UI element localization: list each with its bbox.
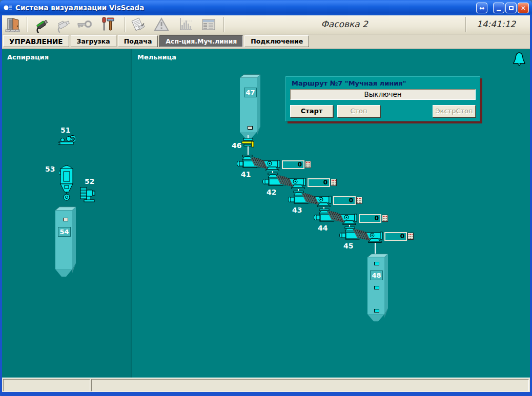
conveyor-43-counter[interactable]: 0 [333, 196, 356, 205]
tab-upravlenie[interactable]: УПРАВЛЕНИЕ [3, 35, 69, 47]
silo-54-sensor [63, 218, 68, 221]
silo-54[interactable]: 54 [55, 204, 76, 280]
tab-strip: УПРАВЛЕНИЕ Загрузка Подача Асп-ция.Муч.л… [2, 34, 530, 49]
conveyor-41-counter[interactable]: 0 [282, 160, 304, 169]
valve-46-label: 46 [232, 141, 241, 150]
connect-button[interactable] [32, 16, 51, 33]
keypad-icon[interactable] [407, 232, 414, 239]
disconnect-button[interactable] [53, 16, 73, 33]
conveyor-43-label: 43 [292, 206, 302, 214]
status-cell-left [3, 379, 90, 391]
aspiration-panel-title: Аспирация [7, 53, 49, 61]
warning-triangle-icon [153, 16, 170, 33]
silo-48-label: 48 [370, 270, 383, 280]
settings-tools-button[interactable] [97, 16, 117, 33]
window-title: Система визуализации VisScada [15, 4, 144, 12]
tab-zagruzka[interactable]: Загрузка [71, 35, 116, 47]
minimize-button[interactable] [493, 3, 504, 13]
conveyor-44-label: 44 [318, 224, 328, 232]
route-dialog-title: Маршрут №7 "Мучная линия" [292, 79, 406, 87]
conveyor-44-counter[interactable]: 0 [359, 214, 381, 223]
journal-icon [130, 16, 146, 33]
equipment-51-blower[interactable] [58, 135, 75, 148]
silo-47-label: 47 [244, 88, 257, 97]
exit-button[interactable] [3, 16, 23, 33]
conveyor-41-label: 41 [241, 170, 251, 178]
app-window: Система визуализации VisScada ↔ ✕ [0, 0, 532, 396]
conveyor-45-counter[interactable]: 0 [384, 232, 407, 241]
conveyor-42-counter[interactable]: 0 [308, 178, 330, 187]
conveyor-45-label: 45 [343, 242, 353, 250]
equipment-52-fan[interactable] [80, 186, 95, 205]
tab-podacha[interactable]: Подача [118, 35, 158, 47]
mimic-area: Аспирация Мельница 51 53 [2, 49, 530, 378]
conveyor-42-label: 42 [267, 188, 276, 196]
bell-icon [513, 52, 526, 66]
maximize-button[interactable] [505, 3, 517, 13]
silo-54-label: 54 [58, 227, 71, 237]
connect-plug-icon [33, 16, 50, 33]
disconnect-plug-icon [55, 16, 71, 33]
close-button[interactable]: ✕ [518, 3, 529, 13]
silo-48-sensor-high [374, 262, 379, 265]
chart-icon [177, 16, 193, 33]
clock: 14:41:12 [466, 19, 526, 29]
keypad-icon[interactable] [331, 178, 337, 185]
tools-icon [99, 16, 115, 33]
maximize-icon [509, 6, 514, 10]
silo-48[interactable]: 48 [367, 252, 388, 324]
toolbar: Фасовка 2 14:41:12 [2, 15, 530, 34]
alarm-bell-button[interactable] [513, 52, 526, 68]
counter-value: 0 [360, 215, 380, 222]
silo-48-sensor-mid [374, 286, 379, 289]
slide-valve-46[interactable] [241, 138, 256, 150]
toolbar-separator [125, 17, 126, 32]
tab-asp-much-line[interactable]: Асп-ция.Муч.линия [159, 35, 243, 47]
toolbar-separator [223, 17, 224, 32]
alarms-button[interactable] [152, 16, 171, 33]
equipment-52-label: 52 [85, 177, 94, 185]
emergency-stop-button[interactable]: ЭкстрСтоп [433, 105, 476, 117]
equipment-53-filter[interactable] [59, 163, 74, 204]
app-logo-icon [3, 4, 12, 12]
status-cell-right [91, 379, 529, 391]
key-icon [76, 16, 93, 33]
counter-value: 0 [385, 233, 406, 240]
mill-panel-title: Мельница [137, 53, 176, 61]
silo-47-sensor [248, 126, 253, 130]
keypad-icon[interactable] [382, 214, 388, 221]
equipment-51-label: 51 [60, 126, 70, 134]
start-button[interactable]: Старт [290, 105, 333, 117]
counter-value: 0 [334, 197, 355, 204]
tab-podkluchenie[interactable]: Подключение [244, 35, 309, 47]
trends-button[interactable] [175, 16, 195, 33]
keypad-icon[interactable] [305, 160, 311, 168]
equipment-53-label: 53 [45, 165, 55, 173]
control-panel-button[interactable] [199, 16, 218, 33]
journal-button[interactable] [128, 16, 148, 33]
minimize-icon [497, 10, 501, 11]
silo-47[interactable]: 47 [240, 72, 261, 142]
keypad-icon[interactable] [356, 196, 362, 203]
key-login-button[interactable] [75, 16, 94, 33]
silo-48-sensor-low [374, 309, 379, 312]
status-bar [2, 378, 530, 392]
resize-button[interactable]: ↔ [476, 3, 487, 13]
stop-button[interactable]: Стоп [337, 105, 380, 117]
route-status-field: Выключен [290, 89, 476, 100]
counter-value: 0 [283, 161, 303, 168]
plant-label: Фасовка 2 [226, 19, 463, 29]
control-panel-icon [200, 16, 217, 33]
exit-door-icon [5, 16, 21, 33]
toolbar-separator [27, 17, 28, 32]
counter-value: 0 [309, 179, 329, 186]
title-bar[interactable]: Система визуализации VisScada ↔ ✕ [0, 0, 532, 15]
route-dialog: Маршрут №7 "Мучная линия" Выключен Старт… [285, 76, 480, 121]
